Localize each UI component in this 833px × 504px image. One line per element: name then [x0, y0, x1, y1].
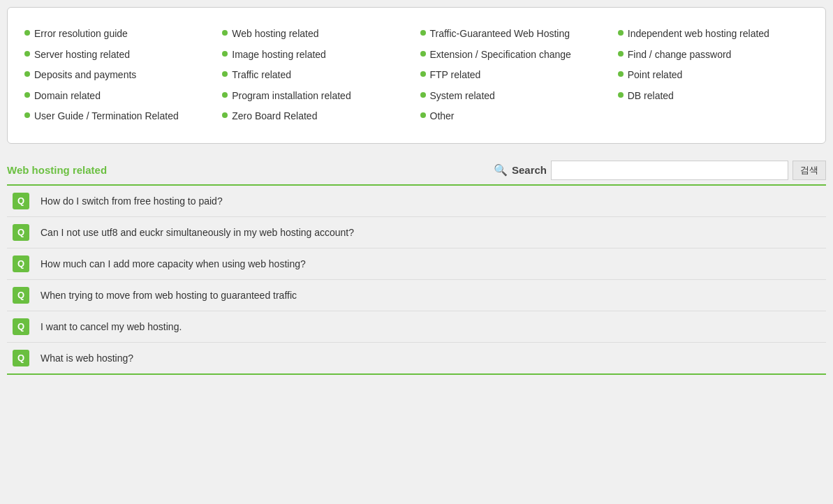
faq-question[interactable]: What is web hosting?: [40, 353, 133, 364]
bullet-icon: [24, 92, 30, 98]
search-label-text: Search: [512, 164, 547, 176]
category-item-label: Independent web hosting related: [628, 27, 769, 41]
faq-question[interactable]: When trying to move from web hosting to …: [40, 290, 297, 301]
bullet-icon: [618, 71, 624, 77]
bullet-icon: [24, 112, 30, 118]
category-col-1: Error resolution guideServer hosting rel…: [24, 22, 215, 129]
faq-question[interactable]: How do I switch from free hosting to pai…: [40, 195, 223, 207]
category-item-label: Web hosting related: [232, 27, 318, 41]
category-item[interactable]: Program installation related: [222, 88, 413, 105]
bullet-icon: [420, 112, 426, 118]
category-col-4: Independent web hosting relatedFind / ch…: [618, 22, 809, 129]
category-item[interactable]: Point related: [618, 67, 809, 84]
faq-row: QWhat is web hosting?: [7, 342, 826, 374]
q-badge: Q: [13, 193, 29, 209]
category-item[interactable]: User Guide / Termination Related: [24, 108, 215, 125]
bullet-icon: [24, 71, 30, 77]
category-item[interactable]: Independent web hosting related: [618, 26, 809, 43]
category-item[interactable]: Other: [420, 108, 611, 125]
bullet-icon: [420, 30, 426, 36]
search-header: Web hosting related 🔍 Search 검색: [7, 161, 826, 186]
category-item[interactable]: Find / change password: [618, 47, 809, 64]
section-title: Web hosting related: [7, 164, 107, 176]
search-icon: 🔍: [494, 163, 508, 177]
search-input[interactable]: [551, 161, 788, 180]
bullet-icon: [222, 92, 228, 98]
category-item-label: FTP related: [430, 68, 481, 82]
q-badge: Q: [13, 224, 29, 241]
category-item-label: DB related: [628, 89, 674, 103]
faq-question[interactable]: I want to cancel my web hosting.: [40, 321, 182, 332]
category-item[interactable]: Server hosting related: [24, 47, 215, 64]
category-item[interactable]: FTP related: [420, 67, 611, 84]
faq-row: QCan I not use utf8 and euckr simultaneo…: [7, 216, 826, 248]
category-item[interactable]: Zero Board Related: [222, 108, 413, 125]
category-item[interactable]: Deposits and payments: [24, 67, 215, 84]
faq-row: QWhen trying to move from web hosting to…: [7, 279, 826, 311]
category-item-label: Deposits and payments: [34, 68, 136, 82]
q-badge: Q: [13, 350, 29, 366]
category-item[interactable]: Traffic related: [222, 67, 413, 84]
category-item[interactable]: Image hosting related: [222, 47, 413, 64]
q-badge: Q: [13, 255, 29, 272]
category-item-label: Zero Board Related: [232, 110, 317, 124]
faq-question[interactable]: How much can I add more capacity when us…: [40, 258, 306, 269]
category-item-label: Traffic-Guaranteed Web Hosting: [430, 27, 570, 41]
category-item-label: Point related: [628, 68, 683, 82]
faq-question[interactable]: Can I not use utf8 and euckr simultaneou…: [40, 227, 354, 238]
category-item-label: System related: [430, 89, 495, 103]
category-item-label: Image hosting related: [232, 48, 326, 62]
category-item[interactable]: Domain related: [24, 88, 215, 105]
faq-row: QHow do I switch from free hosting to pa…: [7, 186, 826, 217]
search-section: Web hosting related 🔍 Search 검색 QHow do …: [7, 161, 826, 375]
category-item-label: Other: [430, 110, 455, 124]
category-col-2: Web hosting relatedImage hosting related…: [222, 22, 413, 129]
q-badge: Q: [13, 287, 29, 304]
faq-list: QHow do I switch from free hosting to pa…: [7, 186, 826, 375]
bullet-icon: [420, 71, 426, 77]
category-item-label: Error resolution guide: [34, 27, 128, 41]
category-item[interactable]: Traffic-Guaranteed Web Hosting: [420, 26, 611, 43]
bullet-icon: [618, 30, 624, 36]
faq-row: QI want to cancel my web hosting.: [7, 311, 826, 342]
search-button[interactable]: 검색: [793, 161, 826, 180]
category-col-3: Traffic-Guaranteed Web HostingExtension …: [420, 22, 611, 129]
bullet-icon: [222, 112, 228, 118]
bullet-icon: [618, 92, 624, 98]
category-item[interactable]: Web hosting related: [222, 26, 413, 43]
category-box: Error resolution guideServer hosting rel…: [7, 7, 826, 144]
bullet-icon: [222, 51, 228, 57]
category-item-label: Program installation related: [232, 89, 351, 103]
category-item-label: Traffic related: [232, 68, 291, 82]
bullet-icon: [420, 51, 426, 57]
faq-row: QHow much can I add more capacity when u…: [7, 248, 826, 279]
category-item-label: Server hosting related: [34, 48, 130, 62]
category-item[interactable]: System related: [420, 88, 611, 105]
bullet-icon: [222, 71, 228, 77]
search-bar: 🔍 Search 검색: [494, 161, 826, 180]
category-item[interactable]: Extension / Specification change: [420, 47, 611, 64]
bullet-icon: [24, 30, 30, 36]
category-item-label: Find / change password: [628, 48, 732, 62]
category-item-label: User Guide / Termination Related: [34, 110, 179, 124]
category-item[interactable]: DB related: [618, 88, 809, 105]
bullet-icon: [618, 51, 624, 57]
bullet-icon: [222, 30, 228, 36]
category-grid: Error resolution guideServer hosting rel…: [24, 22, 809, 129]
bullet-icon: [24, 51, 30, 57]
category-item[interactable]: Error resolution guide: [24, 26, 215, 43]
q-badge: Q: [13, 318, 29, 335]
category-item-label: Domain related: [34, 89, 101, 103]
category-item-label: Extension / Specification change: [430, 48, 571, 62]
bullet-icon: [420, 92, 426, 98]
